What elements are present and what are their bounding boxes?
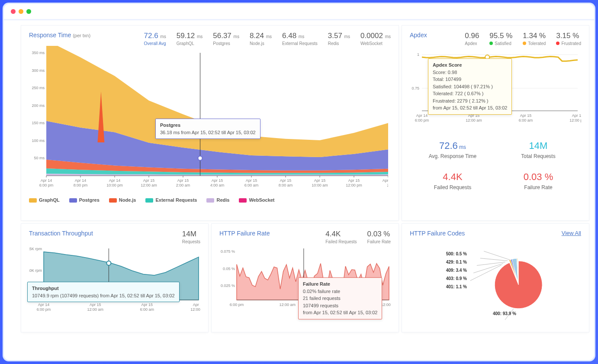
legend-item[interactable]: Postgres — [69, 197, 100, 203]
apdex-metrics: 0.96Apdex95.5 %Satisfied1.34 %Tolerated3… — [465, 32, 581, 46]
postgres-tooltip: Postgres 36.18 ms from Apr 15, 02:52 til… — [155, 119, 260, 139]
svg-text:100 ms: 100 ms — [32, 139, 45, 143]
svg-text:Apr 1512:00 pm: Apr 1512:00 pm — [569, 113, 581, 122]
apdex-card: Apdex 0.96Apdex95.5 %Satisfied1.34 %Tole… — [402, 26, 589, 220]
svg-text:10K rpm: 10K rpm — [29, 268, 42, 273]
minimize-icon[interactable] — [19, 9, 23, 14]
metric: 0.96Apdex — [465, 32, 479, 46]
stat: 0.03 %Failure Rate — [495, 165, 581, 196]
response-time-metrics: 72.6 msOverall Avg59.12 msGraphQL56.37 m… — [144, 32, 391, 46]
legend-item[interactable]: Node.js — [109, 197, 136, 203]
svg-text:12:00 pm: 12:00 pm — [381, 303, 391, 307]
failure-code-labels: 500: 0.5 %429: 0.1 %409: 3.4 %403: 0.9 %… — [426, 251, 467, 293]
svg-text:250 ms: 250 ms — [32, 86, 45, 90]
close-icon[interactable] — [11, 9, 16, 14]
svg-text:Apr 154:00 am: Apr 154:00 am — [210, 178, 225, 187]
svg-point-51 — [106, 261, 111, 265]
svg-text:Apr 1512:00 am: Apr 1512:00 am — [466, 113, 482, 122]
svg-text:0.075 %: 0.075 % — [221, 249, 235, 254]
card-title: Response Time (per txn) — [29, 32, 90, 39]
metric: 0.0002 msWebSocket — [360, 32, 391, 46]
apdex-tooltip: Apdex Score Score: 0.98Total: 107499Sati… — [428, 58, 512, 115]
svg-text:Apr 156:00 am: Apr 156:00 am — [244, 178, 259, 187]
metric: 3.57 msRedis — [328, 32, 350, 46]
svg-text:Apr 148:00 pm: Apr 148:00 pm — [74, 178, 88, 187]
window-titlebar — [4, 4, 594, 19]
metric: 8.24 msNode.js — [250, 32, 272, 46]
stat: 72.6 msAvg. Response Time — [410, 134, 495, 165]
metric: 4.4KFailed Requests — [325, 230, 357, 244]
svg-text:6:00 pm: 6:00 pm — [230, 303, 244, 307]
svg-text:Apr 1512:00 am: Apr 1512:00 am — [141, 178, 157, 187]
throughput-chart[interactable]: 15K rpm10K rpmApr 146:00 pmApr 1512:00 a… — [29, 244, 200, 316]
card-title: HTTP Failure Codes — [410, 230, 465, 237]
svg-text:200 ms: 200 ms — [32, 103, 45, 108]
svg-line-64 — [477, 262, 505, 265]
metric: 72.6 msOverall Avg — [144, 32, 166, 46]
svg-text:350 ms: 350 ms — [32, 51, 45, 55]
throughput-value: 14M Requests — [182, 230, 200, 244]
svg-text:Apr 1410:00 pm: Apr 1410:00 pm — [106, 178, 123, 187]
svg-text:300 ms: 300 ms — [32, 68, 45, 73]
metric: 1.34 %Tolerated — [523, 32, 546, 46]
stat: 14MTotal Requests — [495, 134, 581, 165]
svg-line-63 — [480, 258, 508, 261]
svg-text:Apr 152: Apr 152 — [383, 178, 388, 187]
response-time-card: Response Time (per txn) 72.6 msOverall A… — [21, 26, 399, 220]
failure-codes-card: HTTP Failure Codes View All 500: 0.5 %42… — [402, 224, 589, 332]
failure-rate-card: HTTP Failure Rate 4.4KFailed Requests0.0… — [212, 224, 399, 332]
metric: 6.48 msExternal Requests — [282, 32, 318, 46]
svg-text:50 ms: 50 ms — [34, 156, 45, 160]
failure-rate-tooltip: Failure Rate 0.02% failure rate21 failed… — [298, 277, 382, 319]
svg-text:Apr 1512:00 pm: Apr 1512:00 pm — [190, 303, 200, 312]
card-title: Apdex — [410, 32, 427, 39]
svg-text:Apr 156:00 am: Apr 156:00 am — [519, 113, 533, 122]
svg-text:0.75: 0.75 — [412, 86, 419, 90]
svg-line-62 — [484, 251, 510, 260]
svg-text:12:00 am: 12:00 am — [280, 303, 296, 307]
svg-text:0.025 %: 0.025 % — [221, 283, 235, 288]
response-time-legend: GraphQLPostgresNode.jsExternal RequestsR… — [29, 197, 391, 203]
svg-text:Apr 146:00 pm: Apr 146:00 pm — [37, 303, 51, 312]
svg-text:1: 1 — [417, 52, 419, 57]
svg-text:Apr 158:00 am: Apr 158:00 am — [279, 178, 293, 187]
svg-text:Apr 156:00 am: Apr 156:00 am — [140, 303, 154, 312]
maximize-icon[interactable] — [26, 9, 31, 14]
legend-item[interactable]: External Requests — [145, 197, 197, 203]
svg-text:150 ms: 150 ms — [32, 121, 45, 125]
card-title: HTTP Failure Rate — [219, 230, 270, 237]
throughput-card: Transaction Throughput 14M Requests 15K … — [21, 224, 208, 332]
svg-text:Apr 1510:00 am: Apr 1510:00 am — [312, 178, 328, 187]
stat: 4.4KFailed Requests — [410, 165, 495, 196]
svg-text:Apr 1512:00 am: Apr 1512:00 am — [87, 303, 104, 312]
metric: 0.03 %Failure Rate — [367, 230, 391, 244]
view-all-link[interactable]: View All — [562, 230, 581, 236]
svg-point-31 — [198, 156, 203, 160]
legend-item[interactable]: Redis — [206, 197, 229, 203]
card-title: Transaction Throughput — [29, 230, 93, 237]
svg-text:Apr 1512:00 pm: Apr 1512:00 pm — [346, 178, 362, 187]
metric: 95.5 %Satisfied — [489, 32, 512, 46]
metric: 56.37 msPostgres — [213, 32, 239, 46]
failure-rate-metrics: 4.4KFailed Requests0.03 %Failure Rate — [325, 230, 391, 244]
metric: 3.15 %Frustrated — [556, 32, 581, 46]
svg-text:0.05 %: 0.05 % — [223, 267, 235, 271]
metric: 59.12 msGraphQL — [177, 32, 203, 46]
legend-item[interactable]: GraphQL — [29, 197, 60, 203]
svg-text:Apr 146:00 pm: Apr 146:00 pm — [415, 113, 429, 122]
legend-item[interactable]: WebSocket — [239, 197, 274, 203]
failure-code-400-label: 400: 93.9 % — [493, 311, 516, 316]
svg-text:Apr 152:00 am: Apr 152:00 am — [176, 178, 190, 187]
throughput-tooltip: Throughput 10749.9 rpm (107499 requests)… — [27, 282, 180, 302]
svg-text:Apr 146:00 pm: Apr 146:00 pm — [39, 178, 54, 187]
svg-text:15K rpm: 15K rpm — [29, 247, 42, 251]
apdex-stats: 72.6 msAvg. Response Time14MTotal Reques… — [410, 134, 581, 196]
